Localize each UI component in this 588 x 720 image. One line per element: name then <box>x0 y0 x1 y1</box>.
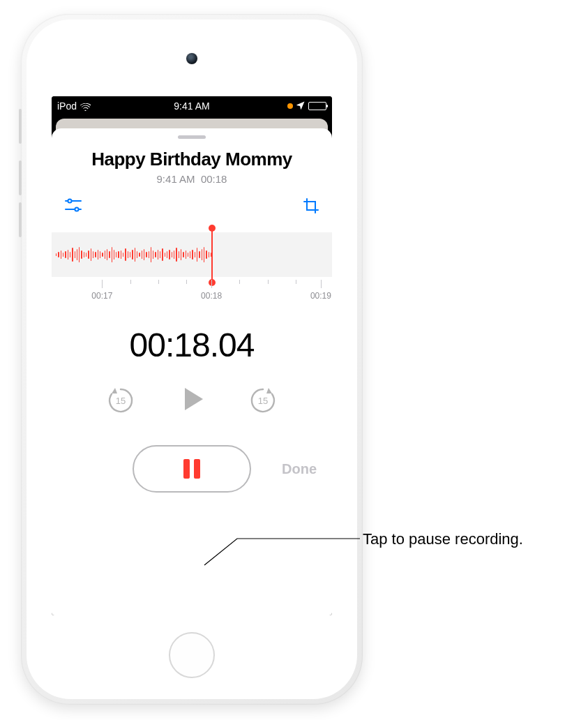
sliders-icon[interactable] <box>64 197 82 217</box>
recording-title[interactable]: Happy Birthday Mommy <box>52 149 332 170</box>
sheet-grabber[interactable] <box>178 135 206 139</box>
skip-back-button[interactable]: 15 <box>105 385 136 416</box>
tick-label: 00:19 <box>310 291 331 301</box>
sleep-button[interactable] <box>19 109 22 144</box>
pause-icon <box>183 459 200 479</box>
ruler-ticks <box>52 280 332 290</box>
home-button[interactable] <box>169 632 215 678</box>
waveform-area[interactable]: 00:17 00:18 00:19 <box>52 227 332 310</box>
status-bar: iPod 9:41 AM <box>52 96 332 116</box>
status-time: 9:41 AM <box>52 100 332 112</box>
waveform <box>52 232 211 277</box>
svg-point-1 <box>68 199 71 202</box>
edit-toolbar <box>52 185 332 224</box>
volume-down-button[interactable] <box>19 202 22 237</box>
device-frame: iPod 9:41 AM Happy Birthda <box>21 14 363 705</box>
recording-sheet: Happy Birthday Mommy 9:41 AM 00:18 <box>52 128 332 615</box>
done-button[interactable]: Done <box>282 461 317 477</box>
recording-duration: 00:18 <box>201 173 227 185</box>
elapsed-time: 00:18.04 <box>52 326 332 364</box>
skip-forward-button[interactable]: 15 <box>248 385 278 416</box>
tick-label: 00:18 <box>201 291 222 301</box>
camera-icon <box>186 53 197 64</box>
pause-button[interactable] <box>133 445 251 493</box>
battery-icon <box>308 102 326 110</box>
recording-subtitle: 9:41 AM 00:18 <box>52 173 332 185</box>
skip-forward-label: 15 <box>248 385 278 416</box>
screen: iPod 9:41 AM Happy Birthda <box>52 96 332 615</box>
volume-up-button[interactable] <box>19 160 22 195</box>
callout-pause: Tap to pause recording. <box>363 530 523 548</box>
device-inner: iPod 9:41 AM Happy Birthda <box>27 20 357 699</box>
play-button[interactable] <box>176 384 207 417</box>
tick-label: 00:17 <box>91 291 112 301</box>
recording-time: 9:41 AM <box>157 173 195 185</box>
playback-controls: 15 15 <box>52 384 332 417</box>
bottom-controls: Done <box>52 445 332 493</box>
playhead[interactable] <box>211 228 213 283</box>
svg-point-3 <box>75 207 78 211</box>
crop-icon[interactable] <box>303 197 319 217</box>
skip-back-label: 15 <box>105 385 136 416</box>
